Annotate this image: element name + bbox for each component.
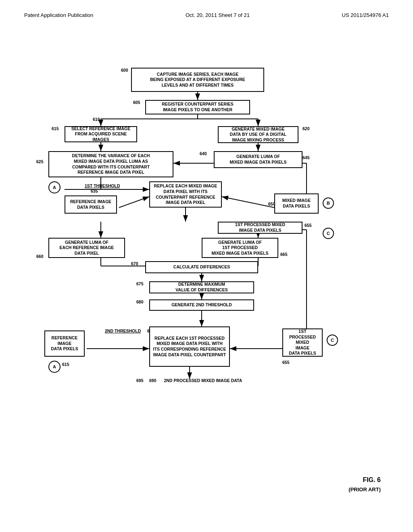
- fig-label: FIG. 6: [363, 476, 381, 484]
- label-2nd-processed: 690 2ND PROCESSED MIXED IMAGE DATA: [149, 378, 242, 383]
- box-665: GENERATE LUMA OF 1ST PROCESSED MIXED IMA…: [202, 238, 278, 258]
- circle-c-top: C: [323, 228, 334, 239]
- box-605: REGISTER COUNTERPART SERIES IMAGE PIXELS…: [145, 100, 250, 114]
- box-670: CALCULATE DIFFERENCES: [145, 261, 258, 273]
- label-695: 695: [136, 378, 144, 383]
- label-600: 600: [121, 68, 128, 73]
- label-2nd-threshold: 2ND THRESHOLD: [105, 328, 141, 333]
- circle-c-bottom: C: [327, 335, 338, 346]
- label-605: 605: [133, 100, 140, 105]
- label-645: 645: [302, 155, 310, 160]
- diagram: CAPTURE IMAGE SERIES, EACH IMAGE BEING E…: [24, 48, 389, 508]
- box-615: SELECT REFERENCE IMAGE FROM ACQUIRED SCE…: [65, 126, 137, 142]
- box-625: DETERMINE THE VARIANCE OF EACH MIXED IMA…: [48, 151, 173, 177]
- label-670: 670: [131, 261, 138, 266]
- box-655: 1ST PROCESSED MIXED IMAGE DATA PIXELS: [218, 222, 302, 234]
- box-655c: 1ST PROCESSED MIXED IMAGE DATA PIXELS: [282, 328, 323, 357]
- circle-a-bottom: A: [48, 361, 60, 373]
- circle-a-top: A: [48, 181, 60, 193]
- label-615: 615: [52, 126, 59, 131]
- svg-line-14: [222, 197, 274, 208]
- box-ref-pixels-bottom: REFERENCE IMAGE DATA PIXELS: [44, 330, 85, 357]
- box-680: GENERATE 2ND THRESHOLD: [149, 299, 254, 311]
- page: Patent Application Publication Oct. 20, …: [0, 0, 413, 532]
- label-1st-threshold: 1ST THRESHOLD: [85, 183, 120, 188]
- box-660: GENERATE LUMA OF EACH REFERENCE IMAGE DA…: [48, 238, 125, 258]
- svg-line-13: [119, 197, 149, 208]
- box-685: REPLACE EACH 1ST PROCESSED MIXED IMAGE D…: [149, 326, 230, 367]
- arrows-svg: [24, 48, 389, 508]
- label-680: 680: [136, 299, 144, 304]
- label-655c: 655: [282, 360, 290, 365]
- box-630: REPLACE EACH MIXED IMAGE DATA PIXEL WITH…: [149, 181, 222, 208]
- fig-sublabel: (PRIOR ART): [348, 486, 381, 493]
- box-620: GENERATE MIXED IMAGE DATA BY USE OF A DI…: [218, 126, 298, 143]
- page-header: Patent Application Publication Oct. 20, …: [24, 12, 389, 18]
- box-600: CAPTURE IMAGE SERIES, EACH IMAGE BEING E…: [131, 68, 264, 92]
- label-655: 655: [305, 223, 312, 228]
- label-640: 640: [200, 151, 207, 156]
- label-615b: 615: [62, 362, 69, 367]
- circle-b: B: [323, 197, 334, 209]
- header-left: Patent Application Publication: [24, 12, 93, 18]
- label-675: 675: [136, 281, 144, 286]
- header-right: US 2011/254976 A1: [342, 12, 389, 18]
- label-635: 635: [91, 189, 98, 193]
- label-650: 650: [268, 202, 275, 206]
- label-660: 660: [36, 254, 44, 259]
- box-mixed-pixels-b: MIXED IMAGE DATA PIXELS: [274, 193, 319, 214]
- label-610: 610: [93, 117, 100, 122]
- box-675: DETERMINE MAXIMUM VALUE OF DIFFERENCES: [149, 281, 254, 293]
- header-center: Oct. 20, 2011 Sheet 7 of 21: [186, 12, 250, 18]
- box-ref-pixels: REFERENCE IMAGE DATA PIXELS: [65, 195, 117, 214]
- label-620: 620: [302, 126, 310, 131]
- label-625: 625: [36, 159, 44, 164]
- label-665: 665: [280, 252, 288, 257]
- box-640: GENERATE LUMA OF MIXED IMAGE DATA PIXELS: [214, 151, 302, 168]
